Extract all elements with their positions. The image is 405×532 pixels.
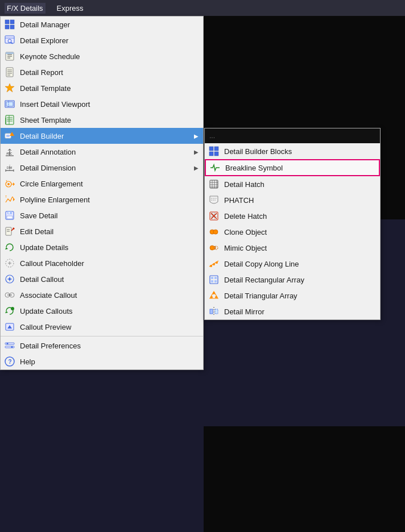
breakline-symbol-label: Breakline Symbol bbox=[225, 164, 283, 172]
menu-item-update-callouts[interactable]: Update Callouts bbox=[1, 303, 203, 319]
svg-point-115 bbox=[210, 296, 213, 298]
menu-item-associate-callout[interactable]: Associate Callout bbox=[1, 287, 203, 303]
menu-item-update-details[interactable]: Update Details bbox=[1, 239, 203, 255]
callout-preview-icon bbox=[4, 321, 15, 332]
detail-manager-icon bbox=[4, 19, 15, 30]
svg-rect-82 bbox=[214, 152, 218, 156]
submenu-item-mimic-object[interactable]: Mimic Object bbox=[205, 240, 380, 256]
menu-item-detail-template[interactable]: Detail Template bbox=[1, 80, 203, 96]
help-icon: ? bbox=[4, 356, 15, 367]
detail-rectangular-array-icon bbox=[208, 274, 220, 285]
menu-divider bbox=[1, 336, 203, 336]
submenu-item-clone-object[interactable]: Clone Object bbox=[205, 224, 380, 240]
phatch-icon bbox=[208, 194, 220, 206]
svg-rect-0 bbox=[5, 20, 9, 24]
submenu-item-detail-builder-blocks[interactable]: Detail Builder Blocks bbox=[205, 143, 380, 159]
svg-rect-109 bbox=[211, 277, 213, 279]
menu-item-save-detail[interactable]: Save Detail bbox=[1, 207, 203, 223]
svg-marker-47 bbox=[13, 198, 15, 201]
menu-item-polyline-enlargement[interactable]: T Polyline Enlargement bbox=[1, 192, 203, 207]
svg-point-42 bbox=[7, 183, 10, 185]
detail-builder-submenu: ... Detail Builder Blocks bbox=[204, 128, 381, 320]
menu-item-detail-dimension[interactable]: DIM Detail Dimension ▶ bbox=[1, 160, 203, 176]
delete-hatch-icon bbox=[208, 210, 220, 222]
breakline-symbol-icon bbox=[209, 162, 221, 173]
detail-template-label: Detail Template bbox=[20, 84, 199, 93]
menu-item-circle-enlargement[interactable]: T Circle Enlargement bbox=[1, 176, 203, 192]
svg-marker-18 bbox=[5, 84, 14, 92]
svg-rect-13 bbox=[6, 68, 13, 77]
svg-rect-12 bbox=[6, 52, 14, 54]
svg-marker-44 bbox=[13, 182, 15, 186]
detail-hatch-icon bbox=[208, 178, 220, 190]
menu-item-detail-preferences[interactable]: Detail Preferences bbox=[1, 338, 203, 354]
menu-item-sheet-template[interactable]: Sheet Template bbox=[1, 112, 203, 128]
svg-point-76 bbox=[11, 346, 13, 348]
svg-rect-1 bbox=[10, 20, 14, 24]
svg-rect-111 bbox=[211, 280, 213, 282]
keynote-schedule-icon bbox=[4, 51, 15, 62]
svg-rect-80 bbox=[214, 147, 218, 151]
submenu-item-detail-hatch[interactable]: Detail Hatch bbox=[205, 176, 380, 192]
detail-builder-arrow: ▶ bbox=[194, 133, 199, 139]
menu-item-insert-detail-viewport[interactable]: Insert Detail Viewport bbox=[1, 96, 203, 112]
sheet-template-icon bbox=[4, 114, 15, 126]
menu-item-callout-placeholder[interactable]: Callout Placeholder bbox=[1, 255, 203, 271]
detail-mirror-icon bbox=[208, 306, 220, 317]
polyline-enlargement-label: Polyline Enlargement bbox=[20, 196, 199, 204]
svg-rect-118 bbox=[210, 309, 213, 314]
menu-item-detail-report[interactable]: Detail Report bbox=[1, 64, 203, 80]
svg-point-105 bbox=[210, 265, 212, 267]
callout-preview-label: Callout Preview bbox=[20, 323, 199, 331]
detail-builder-blocks-label: Detail Builder Blocks bbox=[224, 147, 292, 156]
svg-rect-112 bbox=[214, 280, 217, 282]
menu-item-detail-annotation[interactable]: ABC Detail Annotation ▶ bbox=[1, 144, 203, 160]
menu-bar-express[interactable]: Express bbox=[55, 3, 86, 14]
menu-item-help[interactable]: ? Help bbox=[1, 354, 203, 369]
submenu-item-detail-rectangular-array[interactable]: Detail Rectangular Array bbox=[205, 272, 380, 288]
detail-dimension-label: Detail Dimension bbox=[20, 164, 194, 172]
svg-point-75 bbox=[7, 343, 9, 344]
svg-rect-22 bbox=[6, 115, 14, 124]
menu-item-detail-builder[interactable]: Detail Builder ▶ bbox=[1, 128, 203, 144]
submenu-item-detail-mirror[interactable]: Detail Mirror bbox=[205, 304, 380, 319]
svg-rect-119 bbox=[215, 309, 218, 314]
detail-rectangular-array-label: Detail Rectangular Array bbox=[224, 276, 304, 284]
submenu-item-phatch[interactable]: PHATCH bbox=[205, 192, 380, 208]
menu-item-detail-manager[interactable]: Detail Manager bbox=[1, 16, 203, 32]
keynote-schedule-label: Keynote Schedule bbox=[20, 52, 199, 61]
update-details-label: Update Details bbox=[20, 243, 199, 252]
update-callouts-icon bbox=[4, 305, 15, 317]
submenu-item-delete-hatch[interactable]: Delete Hatch bbox=[205, 208, 380, 224]
mimic-object-icon bbox=[208, 242, 220, 253]
detail-copy-along-line-icon bbox=[208, 258, 220, 269]
menu-item-callout-preview[interactable]: Callout Preview bbox=[1, 319, 203, 335]
clone-object-icon bbox=[208, 226, 220, 238]
menu-bar-fx-details[interactable]: F/X Details bbox=[5, 3, 46, 14]
detail-builder-label: Detail Builder bbox=[20, 132, 194, 140]
detail-manager-label: Detail Manager bbox=[20, 20, 199, 29]
menu-item-edit-detail[interactable]: Edit Detail bbox=[1, 223, 203, 239]
svg-rect-52 bbox=[9, 212, 10, 214]
detail-builder-blocks-icon bbox=[208, 146, 220, 157]
submenu-item-breakline-symbol[interactable]: Breakline Symbol bbox=[205, 159, 380, 176]
svg-rect-20 bbox=[6, 102, 13, 106]
submenu-item-detail-copy-along-line[interactable]: Detail Copy Along Line bbox=[205, 256, 380, 272]
circle-enlargement-icon: T bbox=[4, 178, 15, 189]
save-detail-icon bbox=[4, 210, 15, 221]
detail-report-label: Detail Report bbox=[20, 68, 199, 77]
detail-callout-icon bbox=[4, 273, 15, 285]
svg-marker-69 bbox=[5, 311, 8, 313]
submenu-item-detail-triangular-array[interactable]: Detail Triangular Array bbox=[205, 288, 380, 304]
update-callouts-label: Update Callouts bbox=[20, 307, 199, 315]
svg-rect-110 bbox=[214, 277, 217, 279]
detail-explorer-icon bbox=[4, 35, 15, 46]
svg-marker-55 bbox=[13, 227, 15, 230]
menu-item-detail-callout[interactable]: Detail Callout bbox=[1, 271, 203, 287]
submenu-dark-header: ... bbox=[205, 128, 380, 143]
detail-template-icon bbox=[4, 82, 15, 94]
menu-item-keynote-schedule[interactable]: Keynote Schedule bbox=[1, 48, 203, 64]
svg-point-107 bbox=[216, 261, 218, 264]
phatch-label: PHATCH bbox=[224, 196, 254, 205]
menu-item-detail-explorer[interactable]: Detail Explorer bbox=[1, 32, 203, 48]
